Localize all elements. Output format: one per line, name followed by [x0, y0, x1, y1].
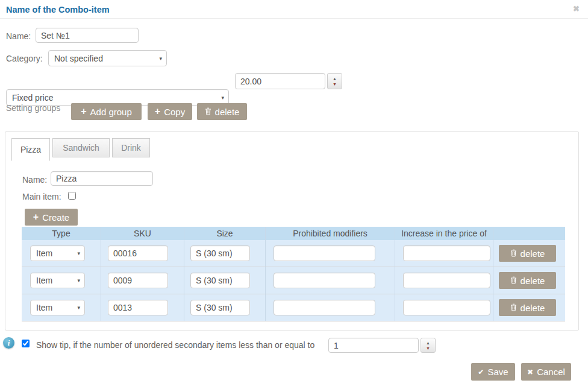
main-item-checkbox[interactable] — [68, 192, 76, 200]
setting-groups-label: Setting groups — [6, 103, 60, 113]
plus-icon: + — [33, 212, 39, 222]
chevron-down-icon: ▾ — [159, 55, 162, 62]
combo-name-input[interactable] — [36, 28, 139, 43]
plus-icon: + — [155, 107, 160, 116]
row-prohibited-modifiers-input[interactable] — [274, 245, 375, 261]
row-sku-input[interactable] — [108, 273, 168, 288]
delete-group-button[interactable]: delete — [197, 103, 247, 120]
chevron-down-icon: ▾ — [221, 95, 224, 101]
spinner-down-icon[interactable]: ▼ — [426, 346, 430, 350]
check-icon: ✔ — [478, 369, 484, 376]
group-name-label: Name: — [22, 175, 47, 185]
add-group-label: Add group — [90, 107, 132, 117]
header-sku: SKU — [101, 227, 184, 240]
add-group-button[interactable]: + Add group — [71, 103, 142, 120]
copy-group-label: Copy — [164, 107, 185, 117]
header-price-increase: Increase in the price of — [395, 227, 493, 240]
chevron-down-icon: ▾ — [77, 277, 80, 283]
create-button[interactable]: + Create — [25, 209, 78, 226]
save-button[interactable]: ✔ Save — [471, 363, 515, 381]
spinner-up-icon[interactable]: ▲ — [426, 341, 430, 346]
cancel-button[interactable]: ✖ Cancel — [521, 363, 571, 381]
tab-sandwich[interactable]: Sandwich — [52, 138, 110, 157]
name-label: Name: — [6, 31, 31, 41]
spinner-up-icon[interactable]: ▲ — [333, 77, 337, 82]
row-size-input[interactable] — [190, 245, 250, 261]
trash-icon — [510, 248, 517, 259]
info-icon: i — [3, 337, 14, 349]
row-type-select[interactable]: Item▾ — [30, 300, 85, 315]
row-delete-label: delete — [521, 276, 545, 286]
tip-threshold-input[interactable] — [328, 338, 419, 353]
title-divider — [0, 18, 588, 19]
header-type: Type — [22, 227, 101, 240]
tab-drink[interactable]: Drink — [112, 138, 150, 157]
cross-icon: ✖ — [527, 369, 533, 376]
row-prohibited-modifiers-input[interactable] — [274, 273, 375, 288]
trash-icon — [510, 276, 517, 286]
header-size: Size — [184, 227, 266, 240]
row-sku-input[interactable] — [108, 300, 168, 315]
group-name-input[interactable] — [51, 171, 153, 186]
row-price-increase-input[interactable] — [403, 245, 490, 261]
row-delete-button[interactable]: delete — [499, 245, 556, 262]
group-panel: Pizza Sandwich Drink Name: Main item: + … — [5, 131, 579, 331]
delete-group-label: delete — [215, 107, 240, 117]
items-table: Type SKU Size Prohibited modifiers Incre… — [22, 227, 565, 321]
show-tip-label: Show tip, if the number of unordered sec… — [36, 340, 314, 350]
table-row: Item▾ delete — [22, 294, 565, 321]
tip-threshold-stepper[interactable]: ▲ ▼ — [421, 338, 436, 353]
tab-pizza[interactable]: Pizza — [11, 138, 50, 161]
chevron-down-icon: ▾ — [77, 250, 80, 256]
row-sku-input[interactable] — [108, 245, 168, 261]
create-label: Create — [42, 212, 69, 223]
header-prohibited-modifiers: Prohibited modifiers — [266, 227, 395, 240]
price-input[interactable] — [235, 73, 325, 89]
trash-icon — [510, 303, 517, 313]
row-type-value: Item — [36, 276, 52, 285]
table-row: Item▾ delete — [22, 240, 565, 267]
table-row: Item▾ delete — [22, 267, 565, 294]
category-select-value: Not specified — [54, 54, 103, 63]
spinner-down-icon[interactable]: ▼ — [333, 82, 337, 86]
row-size-input[interactable] — [190, 300, 250, 315]
chevron-down-icon: ▾ — [77, 305, 80, 311]
cancel-label: Cancel — [537, 367, 565, 377]
price-stepper[interactable]: ▲ ▼ — [327, 73, 342, 89]
header-actions — [493, 227, 565, 240]
row-delete-button[interactable]: delete — [499, 272, 556, 289]
row-type-value: Item — [36, 303, 52, 312]
plus-icon: + — [81, 107, 86, 116]
close-icon[interactable]: ✖ — [573, 4, 580, 13]
row-type-select[interactable]: Item▾ — [30, 273, 85, 288]
page-title: Name of the Combo-item — [6, 5, 110, 14]
row-prohibited-modifiers-input[interactable] — [274, 300, 375, 315]
row-delete-button[interactable]: delete — [499, 299, 556, 316]
row-price-increase-input[interactable] — [403, 300, 490, 315]
row-price-increase-input[interactable] — [403, 273, 490, 288]
show-tip-checkbox[interactable] — [22, 340, 30, 347]
copy-group-button[interactable]: + Copy — [148, 103, 192, 120]
trash-icon — [205, 107, 211, 117]
row-size-input[interactable] — [190, 273, 250, 288]
category-label: Category: — [6, 54, 43, 63]
combo-item-dialog: Name of the Combo-item ✖ Name: Category:… — [0, 0, 588, 386]
table-header-row: Type SKU Size Prohibited modifiers Incre… — [22, 227, 565, 240]
row-delete-label: delete — [521, 303, 545, 313]
main-item-label: Main item: — [22, 192, 61, 201]
price-type-select-value: Fixed price — [12, 93, 53, 103]
save-label: Save — [487, 367, 508, 377]
row-type-select[interactable]: Item▾ — [30, 245, 85, 261]
row-delete-label: delete — [521, 248, 545, 259]
row-type-value: Item — [36, 248, 52, 258]
category-select[interactable]: Not specified ▾ — [48, 50, 167, 66]
